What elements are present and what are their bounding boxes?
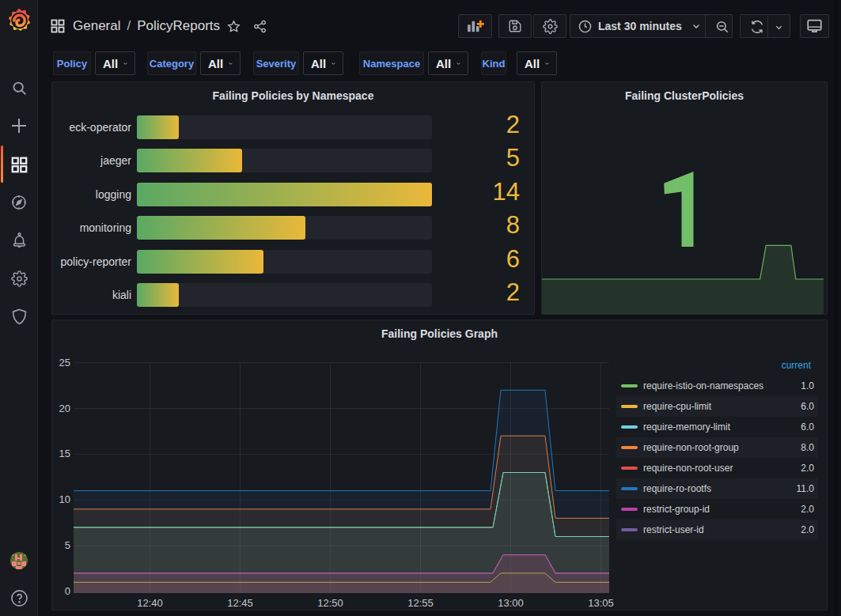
svg-text:12:40: 12:40: [137, 597, 163, 609]
svg-text:13:05: 13:05: [588, 597, 614, 609]
svg-text:12:55: 12:55: [407, 597, 434, 609]
svg-text:13:00: 13:00: [498, 597, 524, 609]
svg-text:15: 15: [59, 448, 70, 459]
svg-text:12:45: 12:45: [227, 597, 253, 609]
svg-text:20: 20: [59, 402, 70, 414]
svg-text:12:50: 12:50: [317, 597, 343, 609]
svg-text:0: 0: [65, 585, 70, 597]
svg-text:25: 25: [59, 357, 70, 368]
svg-text:5: 5: [65, 539, 70, 551]
svg-text:10: 10: [59, 493, 70, 505]
